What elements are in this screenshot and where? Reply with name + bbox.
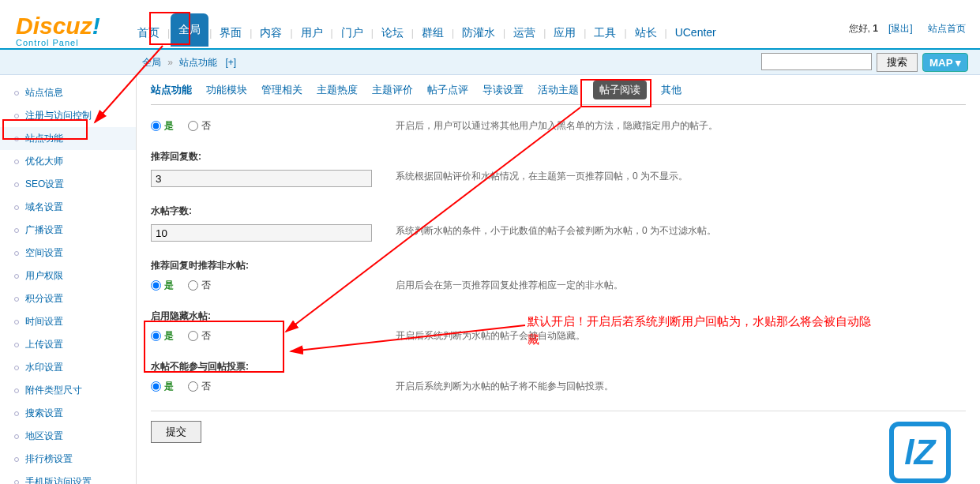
radio-yes[interactable]: 是	[151, 279, 174, 292]
site-home-link[interactable]: 站点首页	[928, 23, 966, 34]
sidebar-item[interactable]: 域名设置	[0, 196, 136, 219]
radio-no[interactable]: 否	[188, 279, 211, 292]
sidebar-item[interactable]: 地区设置	[0, 425, 136, 448]
sidebar-item[interactable]: 水印设置	[0, 356, 136, 379]
logo-text: Discuz	[16, 13, 92, 39]
label-reply-count: 推荐回复数:	[151, 150, 966, 163]
main-nav-item[interactable]: 全局	[171, 13, 208, 47]
desc-blacklist: 开启后，用户可以通过将其他用户加入黑名单的方法，隐藏指定用户的帖子。	[396, 119, 966, 133]
sub-tab[interactable]: 帖子点评	[427, 83, 468, 99]
sidebar-item-label: SEO设置	[25, 178, 64, 191]
radio-no[interactable]: 否	[188, 380, 211, 393]
sidebar-item[interactable]: 空间设置	[0, 242, 136, 265]
bullet-icon	[14, 388, 19, 393]
bullet-icon	[14, 137, 19, 141]
bullet-icon	[14, 91, 19, 96]
main-nav-item[interactable]: 用户	[294, 20, 330, 47]
sidebar-item[interactable]: 注册与访问控制	[0, 104, 136, 127]
sidebar-item[interactable]: 站点功能	[0, 127, 136, 150]
sidebar-item[interactable]: 广播设置	[0, 219, 136, 242]
greeting: 您好,	[849, 23, 873, 34]
annotation-text: 默认开启！开启后若系统判断用户回帖为，水贴那么将会被自动隐藏	[528, 313, 875, 348]
main-nav-item[interactable]: 站长	[628, 20, 664, 47]
bullet-icon	[14, 159, 19, 164]
main-nav-item[interactable]: 内容	[253, 20, 289, 47]
sub-tab[interactable]: 主题热度	[317, 83, 358, 99]
main-nav-item[interactable]: UCenter	[668, 20, 723, 47]
sidebar-item-label: 用户权限	[25, 269, 63, 283]
sidebar-item-label: 域名设置	[25, 201, 63, 214]
bullet-icon	[14, 366, 19, 370]
main-nav-item[interactable]: 门户	[334, 20, 370, 47]
sub-tab[interactable]: 功能模块	[206, 83, 247, 99]
sidebar-item-label: 广播设置	[25, 223, 63, 237]
radio-no[interactable]: 否	[188, 119, 211, 133]
breadcrumb-bar: 全局 » 站点功能 [+] 搜索 MAP ▾	[0, 50, 980, 75]
sidebar-item-label: 上传设置	[25, 338, 63, 351]
main-nav-item[interactable]: 应用	[546, 20, 583, 47]
sidebar-item[interactable]: 上传设置	[0, 333, 136, 356]
sidebar-item[interactable]: SEO设置	[0, 173, 136, 196]
sidebar-item-label: 积分设置	[25, 292, 63, 306]
crumb-plus[interactable]: [+]	[225, 57, 236, 68]
sidebar-item-label: 时间设置	[25, 315, 63, 328]
sidebar-item-label: 地区设置	[25, 430, 63, 443]
sub-tab[interactable]: 帖子阅读	[593, 81, 647, 99]
logout-link[interactable]: [退出]	[888, 23, 913, 34]
radio-no[interactable]: 否	[188, 329, 211, 343]
bullet-icon	[14, 297, 19, 302]
sidebar-item[interactable]: 时间设置	[0, 310, 136, 333]
sub-tab[interactable]: 其他	[661, 83, 681, 99]
main-nav-item[interactable]: 防灌水	[455, 20, 502, 47]
sidebar-item-label: 排行榜设置	[25, 452, 73, 466]
main-nav-item[interactable]: 群组	[415, 20, 451, 47]
watermark: lZ DZ起点网 WWW.DZ7.COM.CN	[889, 422, 977, 484]
input-reply-count[interactable]	[151, 170, 372, 187]
form-row-reply-count: 推荐回复数: 系统根据回帖评价和水帖情况，在主题第一页推荐回帖，0 为不显示。	[151, 150, 966, 187]
label-recommend-nonwater: 推荐回复时推荐非水帖:	[151, 259, 966, 272]
map-button[interactable]: MAP ▾	[922, 53, 968, 72]
sidebar-item[interactable]: 站点信息	[0, 81, 136, 104]
sub-tab[interactable]: 导读设置	[482, 83, 524, 99]
sidebar-item-label: 搜索设置	[25, 407, 63, 420]
sidebar-item[interactable]: 附件类型尺寸	[0, 379, 136, 402]
sidebar-item[interactable]: 手机版访问设置	[0, 471, 136, 484]
crumb-2[interactable]: 站点功能	[179, 57, 217, 68]
main-nav-item[interactable]: 界面	[212, 20, 249, 47]
desc-water-words: 系统判断水帖的条件，小于此数值的帖子会被判断为水帖，0 为不过滤水帖。	[396, 224, 966, 238]
sub-tab[interactable]: 站点功能	[151, 83, 192, 99]
bullet-icon	[14, 434, 19, 439]
sub-tabs: 站点功能功能模块管理相关主题热度主题评价帖子点评导读设置活动主题帖子阅读其他	[151, 83, 966, 105]
sub-tab[interactable]: 管理相关	[261, 83, 302, 99]
bullet-icon	[14, 480, 19, 485]
sidebar: 站点信息注册与访问控制站点功能优化大师SEO设置域名设置广播设置空间设置用户权限…	[0, 75, 137, 484]
sub-tab[interactable]: 活动主题	[538, 83, 579, 99]
sidebar-item[interactable]: 积分设置	[0, 287, 136, 310]
search-input[interactable]	[761, 53, 872, 70]
desc-recommend-nonwater: 启用后会在第一页推荐回复处推荐相应一定的非水帖。	[396, 279, 966, 292]
main-nav-item[interactable]: 工具	[587, 20, 623, 47]
sidebar-item[interactable]: 用户权限	[0, 265, 136, 287]
main-nav-item[interactable]: 论坛	[374, 20, 411, 47]
sidebar-item[interactable]: 优化大师	[0, 150, 136, 173]
bullet-icon	[14, 228, 19, 233]
submit-button[interactable]: 提交	[151, 421, 201, 443]
username: 1	[873, 23, 878, 34]
bullet-icon	[14, 182, 19, 187]
crumb-1[interactable]: 全局	[142, 57, 161, 68]
radio-yes[interactable]: 是	[151, 119, 174, 133]
main-content: 站点功能功能模块管理相关主题热度主题评价帖子点评导读设置活动主题帖子阅读其他 是…	[137, 75, 980, 484]
bullet-icon	[14, 457, 19, 462]
radio-yes[interactable]: 是	[151, 380, 174, 393]
radio-group-blacklist: 是 否	[151, 119, 396, 133]
sidebar-item-label: 附件类型尺寸	[25, 384, 82, 397]
sidebar-item[interactable]: 搜索设置	[0, 402, 136, 425]
radio-yes[interactable]: 是	[151, 329, 174, 343]
search-button[interactable]: 搜索	[877, 53, 918, 72]
input-water-words[interactable]	[151, 224, 372, 242]
sidebar-item[interactable]: 排行榜设置	[0, 448, 136, 471]
sub-tab[interactable]: 主题评价	[372, 83, 413, 99]
bullet-icon	[14, 343, 19, 347]
main-nav-item[interactable]: 首页	[130, 20, 167, 47]
main-nav-item[interactable]: 运营	[506, 20, 543, 47]
